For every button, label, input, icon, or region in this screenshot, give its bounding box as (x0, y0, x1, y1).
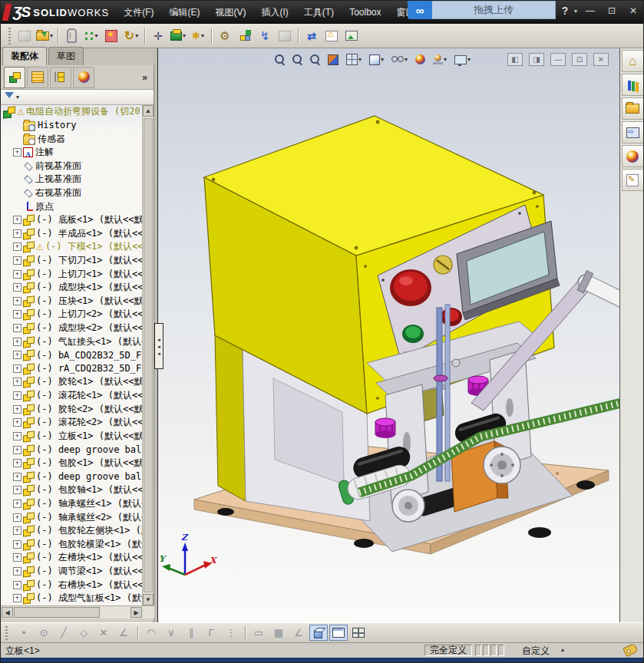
tree-expander[interactable] (13, 553, 23, 562)
tree-expander[interactable] (13, 256, 23, 265)
tree-item[interactable]: (-) 轴承螺丝<1> (默认<< (1, 497, 143, 511)
tree-item[interactable]: (-) 滚花轮<2> (默认<<默 (1, 416, 143, 430)
menu-item[interactable]: Toolbox (342, 4, 388, 21)
status-expand-arrow[interactable]: ▴ (561, 646, 564, 653)
grid-snap-icon[interactable]: ▦ (269, 625, 288, 641)
parallel-relation-icon[interactable]: ∥ (182, 625, 200, 641)
assembly-features-icon[interactable]: ▾ (169, 27, 187, 45)
emergency-stop-button[interactable] (394, 272, 428, 301)
assemblyxpert-icon[interactable]: ▾ (322, 27, 341, 45)
apply-scene-icon[interactable]: ▾ (431, 53, 448, 66)
tree-expander[interactable] (13, 283, 23, 292)
move-component-icon[interactable]: ▾ (149, 27, 167, 45)
tree-item[interactable]: (-) 成型气缸板<1> (默认 (1, 592, 143, 605)
bearing-wheel-right[interactable] (484, 447, 520, 483)
tree-item[interactable]: History (1, 119, 143, 133)
reference-geometry-icon[interactable]: ▾ (189, 27, 207, 45)
tree-expander[interactable] (13, 229, 23, 238)
scroll-thumb[interactable] (144, 118, 153, 592)
tree-item[interactable]: (-) 胶轮<2> (默认<<默认 (1, 402, 143, 416)
sketch-line-icon[interactable]: ╱ (54, 625, 73, 641)
viewport-layout-icon[interactable] (329, 625, 348, 641)
tree-item[interactable]: (-) 包胶轮左侧块<1> (默 (1, 524, 143, 538)
custom-properties-icon[interactable] (622, 169, 644, 191)
tree-item[interactable]: 右视基准面 (1, 186, 143, 200)
tree-expander[interactable] (13, 338, 23, 346)
featuremanager-tab-icon[interactable] (4, 67, 25, 88)
maximize-button[interactable]: ⊡ (603, 4, 620, 18)
new-motion-study-icon[interactable]: ▾ (216, 27, 234, 45)
scroll-left-button[interactable]: ◀ (2, 607, 13, 618)
view-palette-icon[interactable] (622, 121, 644, 143)
tree-item[interactable]: (-) 调节梁<1> (默认<<默 (1, 565, 143, 579)
explode-line-sketch-icon[interactable]: ▾ (256, 27, 274, 45)
rubber-foot[interactable] (217, 508, 234, 516)
tree-item[interactable]: (-) 滚花轮<1> (默认<<默 (1, 389, 143, 403)
tree-expander[interactable] (13, 581, 23, 589)
hide-show-items-icon[interactable]: ▾ (390, 54, 409, 64)
linear-component-pattern-icon[interactable]: ▾ (82, 27, 101, 45)
tree-item[interactable]: (-) 成型块<1> (默认<<默 (1, 281, 143, 295)
tree-expander[interactable] (13, 310, 23, 318)
tree-item[interactable]: (-) 轴承螺丝<2> (默认<< (1, 510, 143, 524)
tree-item[interactable]: (-) 半成品<1> (默认<<默 (1, 226, 143, 240)
tree-expander[interactable] (13, 526, 23, 535)
section-view-icon[interactable]: ▾ (326, 53, 340, 67)
tree-expander[interactable] (13, 594, 23, 602)
tree-item[interactable]: (-) deep groove ball be (1, 443, 143, 457)
tree-expander[interactable] (13, 391, 23, 400)
doc-close-button[interactable]: ✕ (593, 53, 609, 66)
sketch-trim-icon[interactable]: ✕ (94, 625, 113, 641)
sketch-point-icon[interactable]: • (15, 625, 33, 641)
tree-expander[interactable] (13, 148, 23, 157)
doc-restore-button[interactable]: ⊡ (572, 53, 587, 66)
upload-icon[interactable]: ∞ (408, 1, 432, 19)
mate-icon[interactable]: ▾ (62, 27, 81, 45)
tree-item[interactable]: (-) 包胶轮横梁<1> (默认 (1, 538, 143, 552)
rubber-foot[interactable] (528, 527, 551, 538)
tree-item[interactable]: (-) 底板<1> (默认<<默认 (1, 213, 143, 227)
tree-expander[interactable] (13, 242, 23, 251)
tree-expander[interactable] (13, 364, 23, 373)
add-relation-icon[interactable]: ∨ (162, 625, 180, 641)
menu-item[interactable]: 视图(V) (208, 3, 253, 22)
display-style-icon[interactable]: ▾ (368, 53, 385, 67)
performance-evaluation-icon[interactable]: ▾ (342, 27, 361, 45)
magenta-knob-left[interactable] (375, 418, 395, 438)
tree-expander[interactable] (13, 567, 23, 576)
tree-item[interactable]: (-) 下切刀<1> (默认<<默 (1, 254, 143, 268)
tree-expander[interactable] (13, 418, 23, 427)
zoom-to-fit-icon[interactable]: ▾ (273, 53, 286, 66)
tree-expander[interactable] (13, 446, 23, 454)
tree-expander[interactable] (13, 432, 23, 440)
tree-item[interactable]: (-) 成型块<2> (默认<<默 (1, 322, 143, 335)
tree-expander[interactable] (13, 378, 23, 386)
tree-expander[interactable] (13, 540, 23, 549)
tree-item[interactable]: (-) 胶轮<1> (默认<<默认 (1, 375, 143, 389)
sketch-arc-icon[interactable]: ◠ (142, 625, 160, 641)
tab-assembly[interactable]: 装配体 (2, 47, 47, 65)
tree-item[interactable]: (-) bA_CDQ2B32_5D_F9PVO (1, 348, 143, 362)
menu-item[interactable]: 文件(F) (117, 3, 160, 22)
sketch-circle-icon[interactable]: ⊙ (35, 625, 53, 641)
perpendicular-relation-icon[interactable]: Γ (202, 625, 220, 641)
angle-snap-icon[interactable]: ∠ (289, 625, 308, 641)
doc-previous-window-button[interactable]: ◧ (507, 53, 523, 66)
exploded-view-icon[interactable]: ▾ (236, 27, 254, 45)
taskpane-home-icon[interactable] (622, 50, 644, 72)
configurationmanager-tab-icon[interactable] (50, 67, 71, 88)
scroll-up-button[interactable]: ▲ (143, 105, 154, 117)
rubber-foot[interactable] (576, 480, 595, 490)
view-orientation-icon[interactable]: ▾ (345, 52, 363, 67)
shaded-view-icon[interactable] (309, 625, 328, 641)
menu-item[interactable]: 插入(I) (254, 3, 295, 22)
menu-item[interactable]: 编辑(E) (162, 3, 206, 22)
tree-item[interactable]: (-) deep groove ball be (1, 470, 143, 483)
tree-item[interactable]: (-) 包胶轴<1> (默认<<默 (1, 483, 143, 497)
tree-item[interactable]: 电阻自动折弯脚设备 (切20 (1, 105, 143, 119)
tree-vertical-scrollbar[interactable]: ▲ ▼ (142, 105, 154, 605)
scroll-right-button[interactable]: ▶ (130, 607, 142, 618)
tree-item[interactable]: (-) 气缸接头<1> (默认<< (1, 335, 143, 348)
file-explorer-icon[interactable] (622, 97, 644, 120)
rectangle-tool-icon[interactable]: ▭ (249, 625, 268, 641)
